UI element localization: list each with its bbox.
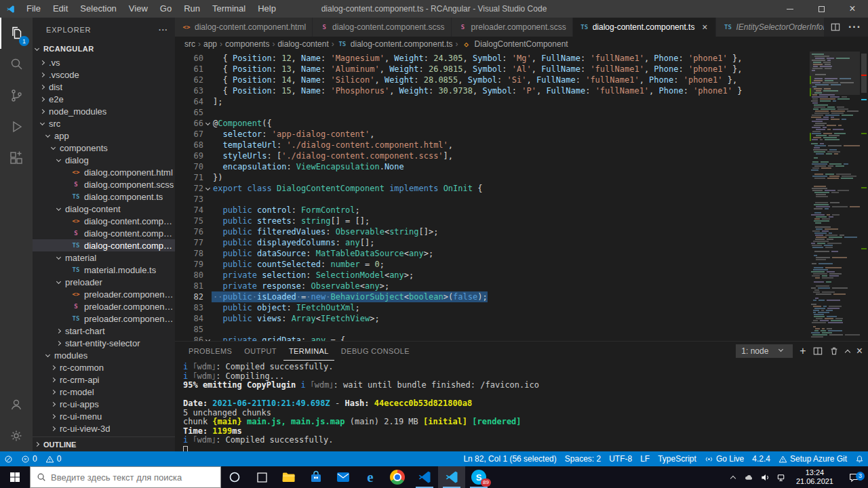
status-utf-8[interactable]: UTF-8	[605, 451, 636, 466]
tree-item-preloader[interactable]: preloader	[33, 276, 175, 288]
tree-item-preloader.component.ts[interactable]: TSpreloader.component.ts	[33, 312, 175, 325]
tree-item-dialog-content.component.html[interactable]: <>dialog-content.component.html	[33, 215, 175, 227]
tree-item-rc-common[interactable]: rc-common	[33, 361, 175, 373]
task-view-button[interactable]	[248, 466, 275, 488]
menu-file[interactable]: File	[20, 0, 47, 18]
panel-tab-terminal[interactable]: TERMINAL	[283, 342, 334, 361]
status-setup-azure-git[interactable]: Setup Azure Git	[774, 451, 851, 466]
tab-preloader.component.scss[interactable]: Spreloader.component.scss	[452, 18, 573, 37]
fold-chevron-icon[interactable]	[205, 338, 210, 341]
tree-item-start-entity-selector[interactable]: start-entity-selector	[33, 337, 175, 349]
code-line-75[interactable]: 75 public streets: string[] = [];	[175, 216, 810, 226]
tree-item-node_modules[interactable]: node_modules	[33, 105, 175, 117]
onedrive-tray-icon[interactable]	[741, 472, 757, 483]
code-line-80[interactable]: 80 private selection: SelectionModel<any…	[175, 270, 810, 281]
code-line-81[interactable]: 81 private response: Observable<any>;	[175, 281, 810, 291]
status-ln-82-col-1-56-selected[interactable]: Ln 82, Col 1 (56 selected)	[459, 451, 560, 466]
code-line-67[interactable]: 67 selector: 'app-dialog-content',	[175, 129, 810, 140]
code-line-64[interactable]: 64];	[175, 96, 810, 107]
tree-item-dist[interactable]: dist	[33, 81, 175, 93]
breakpoint-margin[interactable]	[175, 129, 186, 140]
tree-item-preloader.component.scss[interactable]: Spreloader.component.scss	[33, 300, 175, 312]
source-control-activity-button[interactable]	[0, 80, 33, 111]
tab-dialog-content.component.ts[interactable]: TSdialog-content.component.ts	[573, 18, 717, 37]
tree-item-material.module.ts[interactable]: TSmaterial.module.ts	[33, 264, 175, 276]
code-line-62[interactable]: 62 { Position: 14, Name: 'Silicon', Weig…	[175, 75, 810, 85]
code-line-61[interactable]: 61 { Position: 13, Name: 'Aluminum', Wei…	[175, 64, 810, 75]
breakpoint-margin[interactable]	[175, 237, 186, 248]
code-line-86[interactable]: 86 private gridData: any = {	[175, 335, 810, 341]
code-line-78[interactable]: 78 public dataSource: MatTableDataSource…	[175, 248, 810, 259]
code-line-83[interactable]: 83 public object: IFetchOutXml;	[175, 302, 810, 313]
split-editor-icon[interactable]	[831, 22, 840, 32]
breakpoint-margin[interactable]	[175, 324, 186, 335]
fold-chevron-icon[interactable]	[205, 186, 210, 190]
code-line-76[interactable]: 76 public filteredValues: Observable<str…	[175, 226, 810, 237]
code-line-68[interactable]: 68 templateUrl: './dialog-content.compon…	[175, 140, 810, 150]
new-terminal-icon[interactable]	[800, 346, 806, 356]
breadcrumb-item-DialogContentComponent[interactable]: ◇DialogContentComponent	[461, 39, 568, 49]
breakpoint-margin[interactable]	[175, 302, 186, 313]
code-line-84[interactable]: 84 public views: Array<IFetchView>;	[175, 313, 810, 324]
breakpoint-margin[interactable]	[175, 313, 186, 324]
code-area[interactable]: 60 { Position: 12, Name: 'Magnesium', We…	[175, 52, 810, 341]
status-remote[interactable]	[0, 451, 17, 466]
code-line-69[interactable]: 69 styleUrls: ['./dialog-content.compone…	[175, 150, 810, 161]
tree-item-rc-ui-apps[interactable]: rc-ui-apps	[33, 398, 175, 410]
status-typescript[interactable]: TypeScript	[654, 451, 701, 466]
code-line-74[interactable]: 74 public control: FormControl;	[175, 205, 810, 216]
status-go-live[interactable]: Go Live	[701, 451, 748, 466]
minimize-button[interactable]	[774, 0, 806, 18]
minimap[interactable]	[810, 52, 860, 341]
tree-item-dialog.component.html[interactable]: <>dialog.component.html	[33, 166, 175, 178]
tree-item-.vs[interactable]: .vs	[33, 56, 175, 68]
tree-item-components[interactable]: components	[33, 142, 175, 154]
breakpoint-margin[interactable]	[175, 335, 186, 341]
tree-item-rc-crm-api[interactable]: rc-crm-api	[33, 373, 175, 386]
breakpoint-margin[interactable]	[175, 281, 186, 291]
menu-view[interactable]: View	[123, 0, 154, 18]
tree-item-rc-ui-menu[interactable]: rc-ui-menu	[33, 410, 175, 422]
code-line-82[interactable]: 82··public·isLoaded·=·new·BehaviorSubjec…	[175, 291, 810, 302]
breakpoint-margin[interactable]	[175, 172, 186, 183]
close-panel-icon[interactable]	[856, 345, 863, 357]
code-line-73[interactable]: 73	[175, 194, 810, 205]
breadcrumb-item-src[interactable]: src	[184, 39, 195, 49]
breakpoint-margin[interactable]	[175, 107, 186, 118]
breakpoint-margin[interactable]	[175, 194, 186, 205]
code-line-77[interactable]: 77 public displayedColumns: any[];	[175, 237, 810, 248]
code-line-79[interactable]: 79 public countSelected: number = 0;	[175, 259, 810, 270]
taskbar-store[interactable]	[302, 466, 330, 488]
code-line-72[interactable]: 72export class DialogContentComponent im…	[175, 183, 810, 194]
taskbar-search-input[interactable]	[51, 472, 214, 483]
tree-item-modules[interactable]: modules	[33, 349, 175, 361]
tree-item-dialog.component.scss[interactable]: Sdialog.component.scss	[33, 178, 175, 190]
code-line-60[interactable]: 60 { Position: 12, Name: 'Magnesium', We…	[175, 53, 810, 64]
tree-item-rc-ui-view-3d[interactable]: rc-ui-view-3d	[33, 422, 175, 434]
maximize-button[interactable]	[806, 0, 837, 18]
breadcrumb-item-components[interactable]: components	[225, 39, 269, 49]
tree-item-dialog-content.component.scss[interactable]: Sdialog-content.component.scss	[33, 227, 175, 239]
taskbar-skype[interactable]: S 89	[465, 466, 492, 488]
run-debug-activity-button[interactable]	[0, 111, 33, 142]
editor-more-actions-icon[interactable]	[848, 21, 861, 33]
explorer-activity-button[interactable]: 1	[0, 18, 33, 49]
breakpoint-margin[interactable]	[175, 161, 186, 172]
code-line-65[interactable]: 65	[175, 107, 810, 118]
taskbar-search[interactable]	[30, 466, 221, 488]
scrollbar[interactable]	[860, 52, 868, 341]
code-line-85[interactable]: 85	[175, 324, 810, 335]
status-0[interactable]: 0	[41, 451, 66, 466]
breakpoint-margin[interactable]	[175, 183, 186, 194]
cortana-button[interactable]	[221, 466, 248, 488]
menu-terminal[interactable]: Terminal	[206, 0, 252, 18]
tree-item-e2e[interactable]: e2e	[33, 93, 175, 105]
panel-tab-problems[interactable]: PROBLEMS	[183, 342, 237, 361]
split-terminal-icon[interactable]	[813, 346, 823, 356]
tree-item-app[interactable]: app	[33, 129, 175, 142]
menu-go[interactable]: Go	[154, 0, 178, 18]
outline-section-header[interactable]: OUTLINE	[33, 436, 175, 451]
workspace-section-header[interactable]: RCANGULAR	[33, 41, 175, 56]
tree-item-material[interactable]: material	[33, 251, 175, 264]
volume-tray-icon[interactable]	[757, 472, 774, 483]
